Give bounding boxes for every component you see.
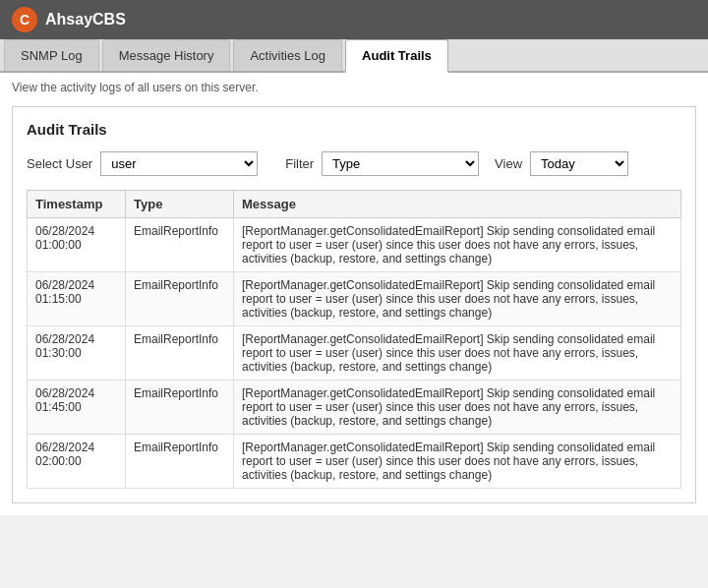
page-content: View the activity logs of all users on t… [0,73,708,515]
cell-type: EmailReportInfo [126,435,234,489]
cell-timestamp: 06/28/2024 02:00:00 [28,435,126,489]
select-user-label: Select User [27,156,92,171]
cell-timestamp: 06/28/2024 01:15:00 [28,272,126,326]
table-row: 06/28/2024 01:15:00EmailReportInfo[Repor… [28,272,681,326]
cell-type: EmailReportInfo [126,326,234,381]
tab-audit-trails[interactable]: Audit Trails [345,39,448,73]
panel-title: Audit Trails [27,121,681,138]
table-row: 06/28/2024 02:00:00EmailReportInfo[Repor… [28,435,681,489]
user-select[interactable]: user [100,151,258,176]
tab-message-history[interactable]: Message History [102,39,231,71]
table-header-row: Timestamp Type Message [28,191,681,218]
cell-message: [ReportManager.getConsolidatedEmailRepor… [234,272,681,326]
cell-timestamp: 06/28/2024 01:30:00 [28,326,126,381]
cell-message: [ReportManager.getConsolidatedEmailRepor… [234,218,681,272]
table-row: 06/28/2024 01:45:00EmailReportInfo[Repor… [28,381,681,435]
cell-message: [ReportManager.getConsolidatedEmailRepor… [234,435,681,489]
cell-timestamp: 06/28/2024 01:00:00 [28,218,126,272]
app-header: C AhsayCBS [0,0,708,39]
cell-message: [ReportManager.getConsolidatedEmailRepor… [234,326,681,381]
filter-label: Filter [285,156,314,171]
cell-type: EmailReportInfo [126,381,234,435]
cell-type: EmailReportInfo [126,218,234,272]
logo-letter: C [20,12,30,28]
view-select[interactable]: Today [530,151,628,176]
app-logo: C [12,7,37,32]
controls-row: Select User user Filter Type View Today [27,151,681,176]
col-header-timestamp: Timestamp [28,191,126,218]
tab-snmp-log[interactable]: SNMP Log [4,39,99,71]
cell-timestamp: 06/28/2024 01:45:00 [28,381,126,435]
cell-message: [ReportManager.getConsolidatedEmailRepor… [234,381,681,435]
table-row: 06/28/2024 01:30:00EmailReportInfo[Repor… [28,326,681,381]
app-title: AhsayCBS [45,11,126,29]
audit-trails-panel: Audit Trails Select User user Filter Typ… [12,106,696,503]
col-header-type: Type [126,191,234,218]
filter-select[interactable]: Type [322,151,479,176]
col-header-message: Message [234,191,681,218]
cell-type: EmailReportInfo [126,272,234,326]
tab-bar: SNMP Log Message History Activities Log … [0,39,708,73]
view-label: View [495,156,522,171]
tab-activities-log[interactable]: Activities Log [233,39,342,71]
page-subtitle: View the activity logs of all users on t… [12,81,696,94]
table-row: 06/28/2024 01:00:00EmailReportInfo[Repor… [28,218,681,272]
audit-table: Timestamp Type Message 06/28/2024 01:00:… [27,190,681,489]
